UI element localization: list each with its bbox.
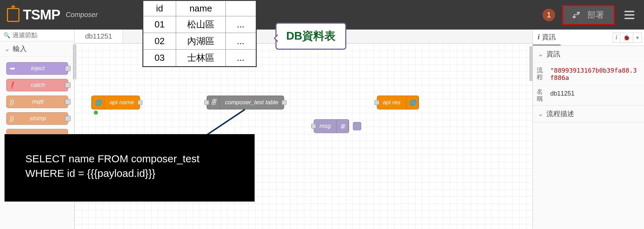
deploy-label: 部署	[587, 9, 604, 21]
svg-rect-1	[577, 12, 580, 14]
signal-icon: ))	[7, 115, 17, 122]
palette-category-input[interactable]: 輸入	[0, 41, 74, 57]
node-debug-msg[interactable]: msg ≣	[314, 119, 349, 133]
tab-label: 資訊	[542, 32, 556, 42]
node-label: composer_test table	[220, 99, 284, 106]
info-sidebar: i 資訊 i 🐞 ▾ 資訊 流程 "88993913167b0b39fa88.3…	[533, 30, 644, 229]
node-label: msg	[314, 123, 336, 130]
flow-name-value: db11251	[547, 86, 644, 105]
section-desc-header[interactable]: 流程描述	[533, 106, 644, 122]
node-api-in[interactable]: 🌐 api name	[91, 96, 140, 109]
node-api-out[interactable]: api res 🌐	[377, 96, 419, 109]
tab-db11251[interactable]: db11251	[75, 30, 123, 43]
list-icon: ≣	[336, 120, 349, 133]
palette-node-partial[interactable]	[6, 129, 68, 134]
globe-icon: 🌐	[92, 96, 104, 109]
row-label-flow: 流程	[533, 63, 547, 85]
col-header-name: name	[176, 1, 225, 16]
palette-node-label: stomp	[17, 115, 68, 122]
info-icon: i	[538, 33, 540, 41]
callout-db-table: DB資料表	[275, 23, 346, 50]
mini-info-icon[interactable]: i	[613, 33, 620, 42]
sql-line: SELECT name FROM composer_test	[25, 152, 234, 166]
search-icon: 🔍	[3, 32, 10, 39]
sql-line: WHERE id = {{{payload.id}}}	[25, 166, 234, 181]
sidebar-mini-tabs: i 🐞 ▾	[613, 33, 642, 43]
db-data-preview: id name 01 松山區 ... 02 內湖區 ... 03 士林區 ...	[142, 0, 257, 67]
svg-rect-0	[573, 16, 576, 18]
node-port-out[interactable]	[282, 100, 287, 105]
table-row: 03 士林區 ...	[143, 50, 256, 66]
sql-annotation: SELECT name FROM composer_test WHERE id …	[5, 134, 255, 202]
exclaim-icon: ❗	[7, 81, 17, 89]
scrollbar-thumb[interactable]	[529, 46, 533, 81]
palette-node-label: mqtt	[17, 98, 68, 105]
palette-node-catch[interactable]: ❗ catch	[6, 79, 68, 91]
node-label: api res	[377, 99, 406, 106]
section-info-header[interactable]: 資訊	[533, 46, 644, 62]
table-row: 02 內湖區 ...	[143, 33, 256, 50]
filter-row: 🔍	[0, 30, 74, 41]
step-badge-1: 1	[543, 9, 555, 21]
mini-debug-icon[interactable]: 🐞	[620, 33, 633, 42]
node-label: api name	[104, 99, 140, 106]
brand-subtitle: Composer	[66, 11, 98, 19]
brand-logo: TSMP Composer	[7, 7, 98, 23]
node-port-in[interactable]	[374, 100, 379, 105]
table-row: 01 松山區 ...	[143, 16, 256, 33]
palette-node-label: catch	[17, 82, 68, 89]
row-label-name: 名稱	[533, 86, 547, 105]
node-db[interactable]: 🗄 composer_test table	[207, 96, 284, 109]
flow-id-value: "88993913167b0b39fa88.3f886a	[547, 63, 644, 85]
globe-icon: 🌐	[406, 96, 419, 109]
palette-node-mqtt[interactable]: )) mqtt	[6, 96, 68, 108]
node-port-out[interactable]	[138, 100, 142, 105]
tab-info[interactable]: i 資訊	[533, 30, 561, 46]
info-tab-bar: i 資訊 i 🐞 ▾	[533, 30, 644, 46]
palette-node-label: inject	[17, 65, 68, 72]
col-header-id: id	[143, 1, 176, 16]
node-port-in[interactable]	[204, 100, 209, 105]
debug-toggle[interactable]	[353, 122, 361, 130]
status-dot-green	[94, 111, 98, 115]
menu-hamburger-icon[interactable]	[622, 8, 637, 22]
signal-icon: ))	[7, 98, 17, 106]
palette-node-stomp[interactable]: )) stomp	[6, 112, 68, 125]
deploy-icon	[573, 11, 583, 19]
brand-text: TSMP	[23, 7, 60, 23]
deploy-button[interactable]: 部署	[562, 5, 615, 25]
node-port-in[interactable]	[311, 124, 316, 129]
logo-icon	[7, 8, 19, 22]
mini-dropdown-icon[interactable]: ▾	[633, 33, 642, 42]
palette-node-inject[interactable]: ➡ inject	[6, 62, 68, 75]
arrow-right-icon: ➡	[7, 65, 17, 72]
